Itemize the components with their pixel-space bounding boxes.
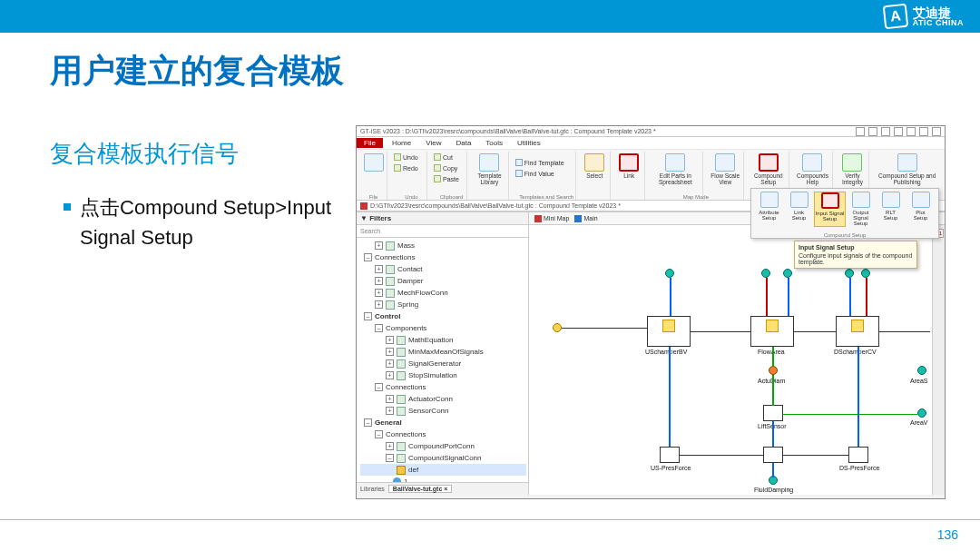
- canvas-block-label: DS-PresForce: [839, 465, 879, 471]
- tree-io-item[interactable]: 1: [393, 476, 526, 482]
- template-tree: +Mass –Connections +Contact +Damper +Mec…: [357, 238, 528, 482]
- bullet-text: 点击Compound Setup>Input Signal Setup: [80, 192, 345, 252]
- tree-node[interactable]: +SignalGenerator: [360, 358, 526, 369]
- tree-node[interactable]: +ActuatorConn: [360, 393, 526, 405]
- ribbon-item-label: Link: [623, 173, 634, 180]
- tab-current-file[interactable]: BallValve-tut.gtc ×: [388, 485, 453, 493]
- canvas-port[interactable]: [769, 366, 778, 375]
- canvas-block[interactable]: [836, 316, 879, 347]
- paste-button[interactable]: Paste: [434, 173, 459, 184]
- popup-output-signal-setup[interactable]: Output SignalSetup: [846, 192, 876, 227]
- tree-node[interactable]: +CompoundPortConn: [360, 440, 526, 452]
- canvas-port[interactable]: [761, 269, 770, 278]
- qat-icon[interactable]: [906, 127, 916, 136]
- canvas-port[interactable]: [917, 366, 926, 375]
- canvas-port[interactable]: [861, 269, 870, 278]
- ribbon-select[interactable]: Select: [580, 152, 611, 200]
- tree-node[interactable]: +SensorConn: [360, 405, 526, 417]
- tree-node-selected[interactable]: def: [360, 464, 526, 476]
- popup-rlt-setup[interactable]: RLTSetup: [876, 192, 906, 227]
- tree-node[interactable]: +MinMaxMeanOfSignals: [360, 346, 526, 358]
- tree-node[interactable]: +Contact: [360, 263, 526, 275]
- tree-node[interactable]: –General: [360, 417, 526, 428]
- undo-icon: [394, 153, 401, 161]
- qat-icon[interactable]: [932, 127, 941, 136]
- canvas-block[interactable]: [763, 447, 783, 463]
- canvas-block[interactable]: [763, 405, 783, 421]
- tooltip-title: Input Signal Setup: [799, 244, 913, 251]
- tab-minimap[interactable]: Mini Map: [534, 215, 569, 222]
- ribbon-flowscale[interactable]: Flow Scale View Map Mode: [707, 152, 744, 200]
- filters-header[interactable]: ▼ Filters: [357, 212, 528, 225]
- canvas-block-label: AreaV: [910, 419, 927, 426]
- ribbon-item-label: Edit Parts in Spreadsheet: [652, 173, 700, 185]
- menu-data[interactable]: Data: [450, 138, 476, 148]
- slide-subtitle: 复合模板执行信号: [50, 138, 239, 170]
- menu-utilities[interactable]: Utilities: [512, 138, 546, 148]
- popup-link-setup[interactable]: LinkSetup: [784, 192, 814, 227]
- canvas-block[interactable]: [647, 316, 691, 347]
- tree-node[interactable]: +Spring: [360, 299, 526, 310]
- rlt-icon: [882, 192, 900, 208]
- tree-node[interactable]: –Components: [360, 322, 526, 334]
- qat-icon[interactable]: [919, 127, 928, 136]
- help-icon: [802, 153, 822, 172]
- ribbon-label: Undo: [394, 194, 429, 200]
- plot-icon: [912, 192, 930, 208]
- canvas-port[interactable]: [917, 408, 926, 418]
- menu-file[interactable]: File: [357, 138, 383, 148]
- link-setup-icon: [790, 192, 808, 208]
- popup-input-signal-setup[interactable]: Input SignalSetup: [814, 192, 846, 227]
- canvas-port[interactable]: [845, 269, 854, 278]
- tree-node[interactable]: –Connections: [360, 428, 526, 440]
- find-template-button[interactable]: Find Template: [515, 157, 564, 168]
- qat-icon[interactable]: [868, 127, 877, 136]
- canvas-port[interactable]: [553, 323, 562, 332]
- qat-icon[interactable]: [881, 127, 890, 136]
- tree-node[interactable]: +MechFlowConn: [360, 287, 526, 299]
- ribbon-edit-spreadsheet[interactable]: Edit Parts in Spreadsheet: [649, 152, 703, 200]
- canvas-block[interactable]: [660, 447, 680, 463]
- doc-dirty-icon: [360, 202, 368, 210]
- library-tabs: Libraries BallValve-tut.gtc ×: [357, 482, 528, 495]
- compound-setup-icon: [759, 153, 779, 172]
- menu-view[interactable]: View: [420, 138, 446, 148]
- canvas-block[interactable]: [750, 316, 794, 347]
- template-icon: [386, 265, 395, 274]
- tree-node[interactable]: +MathEquation: [360, 334, 526, 346]
- ribbon-link[interactable]: Link: [614, 152, 645, 200]
- qat-icon[interactable]: [894, 127, 903, 136]
- menu-home[interactable]: Home: [387, 138, 416, 148]
- canvas-block[interactable]: [848, 447, 868, 463]
- cut-button[interactable]: Cut: [434, 152, 453, 162]
- undo-button[interactable]: Undo: [394, 152, 418, 162]
- tree-node[interactable]: +Mass: [360, 240, 526, 251]
- popup-plot-setup[interactable]: PlotSetup: [906, 192, 936, 227]
- folder-icon[interactable]: [364, 153, 384, 172]
- tooltip: Input Signal Setup Configure input signa…: [794, 241, 917, 269]
- output-signal-icon: [852, 192, 870, 208]
- redo-button[interactable]: Redo: [394, 162, 418, 173]
- brand-en: ATIC CHINA: [913, 19, 964, 27]
- tree-node[interactable]: –CompoundSignalConn: [360, 452, 526, 464]
- tree-node[interactable]: +Damper: [360, 275, 526, 287]
- link-icon: [619, 153, 639, 172]
- template-library-icon[interactable]: [479, 153, 499, 172]
- minimap-icon: [534, 215, 542, 222]
- menu-tools[interactable]: Tools: [480, 138, 508, 148]
- copy-button[interactable]: Copy: [434, 162, 457, 173]
- ribbon-label: File: [360, 194, 387, 200]
- canvas-port[interactable]: [783, 269, 792, 278]
- canvas-port[interactable]: [665, 269, 674, 278]
- qat-icon[interactable]: [856, 127, 865, 136]
- tree-node[interactable]: +StopSimulation: [360, 369, 526, 381]
- search-input[interactable]: Search: [357, 225, 528, 238]
- popup-attribute-setup[interactable]: AttributeSetup: [754, 192, 784, 227]
- tree-node[interactable]: –Control: [360, 310, 526, 322]
- page-number: 136: [937, 527, 958, 542]
- tree-node[interactable]: –Connections: [360, 251, 526, 263]
- tab-libraries[interactable]: Libraries: [360, 486, 385, 492]
- tree-node[interactable]: –Connections: [360, 381, 526, 393]
- tab-main[interactable]: Main: [574, 215, 597, 222]
- find-value-button[interactable]: Find Value: [515, 168, 554, 179]
